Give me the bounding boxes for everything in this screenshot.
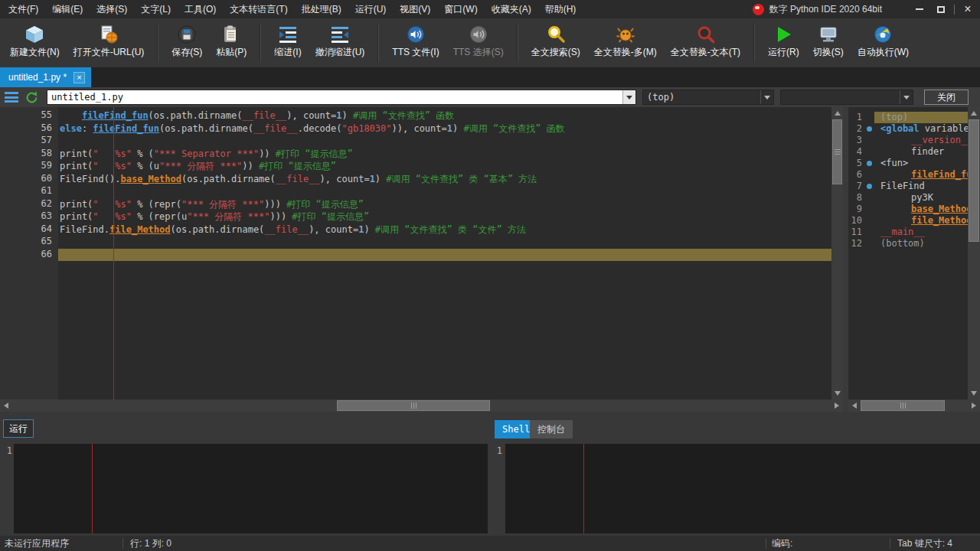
code-line[interactable]: fileFind_fun(os.path.dirname(__file__), … <box>58 109 831 122</box>
close-file-button[interactable]: 关闭 <box>924 90 969 105</box>
run-button[interactable]: 运行 <box>3 419 34 438</box>
structure-panel[interactable]: 1(top)2<global variables>3__version__4fi… <box>848 107 968 399</box>
tts-select-icon <box>469 24 488 45</box>
editor-hscroll-thumb[interactable] <box>337 400 490 411</box>
chevron-down-icon[interactable] <box>622 90 635 104</box>
line-number: 60 <box>0 173 58 186</box>
maximize-button[interactable] <box>930 0 952 18</box>
scroll-right-icon[interactable] <box>969 399 980 412</box>
structure-item[interactable]: 5<fun> <box>848 158 968 169</box>
toolbar-button-replace-text[interactable]: 全文替换-文本(T) <box>664 21 747 60</box>
menu-item[interactable]: 收藏夹(A) <box>485 0 538 18</box>
menubar: 文件(F)编辑(E)选择(S)文字(L)工具(O)文本转语言(T)批处理(B)运… <box>0 0 980 18</box>
toolbar-button-search-all[interactable]: 全文搜索(S) <box>524 21 587 60</box>
code-line[interactable]: FileFind.file_Method(os.path.dirname(__f… <box>58 223 831 236</box>
code-line[interactable]: print(" %s" % ("*** Separator ***")) #打印… <box>58 148 831 161</box>
status-divider <box>122 538 123 549</box>
scroll-left-icon[interactable] <box>0 399 11 412</box>
menu-item[interactable]: 视图(V) <box>393 0 437 18</box>
refresh-icon[interactable] <box>25 90 39 104</box>
structure-item[interactable]: 7FileFind <box>848 181 968 192</box>
structure-item[interactable]: 2<global variables> <box>848 123 968 135</box>
shell-output-panel[interactable] <box>14 444 488 533</box>
menu-item[interactable]: 窗口(W) <box>437 0 484 18</box>
menu-icon[interactable] <box>5 92 18 103</box>
menu-item[interactable]: 文本转语言(T) <box>223 0 294 18</box>
structure-item[interactable]: 10file_Method <box>848 215 968 227</box>
scroll-left-icon[interactable] <box>848 399 860 412</box>
code-line[interactable] <box>58 185 831 198</box>
toolbar-button-auto-run[interactable]: 自动执行(W) <box>851 21 916 60</box>
editor-code[interactable]: fileFind_fun(os.path.dirname(__file__), … <box>58 107 831 399</box>
toolbar-button-unindent[interactable]: 撤消缩进(U) <box>309 21 372 60</box>
tab-label: untitled_1.py * <box>8 72 67 83</box>
monitor-icon <box>818 24 838 45</box>
structure-bullet-spacer <box>865 135 874 146</box>
tab-console[interactable]: 控制台 <box>530 420 573 439</box>
menu-item[interactable]: 选择(S) <box>90 0 134 18</box>
close-icon: × <box>964 3 971 15</box>
code-line[interactable] <box>58 249 831 262</box>
structure-line-number: 3 <box>848 135 865 146</box>
menu-item[interactable]: 编辑(E) <box>45 0 90 18</box>
scroll-up-icon[interactable] <box>831 107 843 119</box>
toolbar-button-switch[interactable]: 切换(S) <box>806 21 851 60</box>
scroll-down-icon[interactable] <box>968 388 980 399</box>
toolbar-button-open-file-url[interactable]: 打开文件-URL(U) <box>67 21 152 60</box>
structure-item[interactable]: 11__main__ <box>848 227 968 238</box>
code-line[interactable] <box>58 135 831 148</box>
scroll-right-icon[interactable] <box>831 399 843 412</box>
code-line[interactable] <box>58 236 831 249</box>
minimize-button[interactable] <box>909 0 930 18</box>
code-line[interactable]: print(" %s" % (repr(u"*** 分隔符 ***"))) #打… <box>58 210 831 223</box>
file-combobox[interactable]: untitled_1.py <box>47 90 636 105</box>
scroll-down-icon[interactable] <box>831 388 843 399</box>
code-editor[interactable]: 555657585960616263646566 fileFind_fun(os… <box>0 107 831 399</box>
menu-item[interactable]: 帮助(H) <box>538 0 583 18</box>
code-line[interactable]: else: fileFind_fun(os.path.dirname(__fil… <box>58 122 831 135</box>
nav-combobox[interactable] <box>780 90 913 105</box>
structure-vscroll-thumb[interactable] <box>969 119 979 242</box>
chevron-down-icon[interactable] <box>760 90 773 104</box>
console-output-panel[interactable] <box>505 444 980 533</box>
toolbar-button-save[interactable]: 保存(S) <box>165 21 209 60</box>
menu-item[interactable]: 批处理(B) <box>295 0 348 18</box>
menu-item[interactable]: 工具(O) <box>178 0 223 18</box>
editor-vscrollbar[interactable] <box>831 107 843 399</box>
status-divider <box>890 538 890 549</box>
toolbar-button-paste[interactable]: 粘贴(P) <box>209 21 253 60</box>
toolbar-button-tts-file[interactable]: TTS 文件(I) <box>385 21 446 60</box>
structure-item[interactable]: 4finder <box>848 146 968 158</box>
toolbar-button-run[interactable]: 运行(R) <box>761 21 806 60</box>
tab-untitled-1[interactable]: untitled_1.py * × <box>0 67 91 87</box>
editor-vscroll-thumb[interactable] <box>832 119 842 184</box>
menu-item[interactable]: 文件(F) <box>2 0 45 18</box>
code-line[interactable]: FileFind().base_Method(os.path.dirname(_… <box>58 173 831 186</box>
structure-item[interactable]: 9base_Method <box>848 204 968 215</box>
structure-item-label: fileFind_fun <box>874 169 968 181</box>
chevron-down-icon[interactable] <box>900 90 913 104</box>
toolbar-button-indent[interactable]: 缩进(I) <box>267 21 308 60</box>
structure-bullet-spacer <box>865 192 874 204</box>
scope-combobox[interactable]: (top) <box>642 90 774 105</box>
structure-item[interactable]: 3__version__ <box>848 135 968 146</box>
structure-hscroll-thumb[interactable] <box>861 400 945 411</box>
structure-hscrollbar[interactable] <box>848 399 980 412</box>
editor-toolbar: untitled_1.py (top) 关闭 <box>0 87 980 107</box>
tab-close-icon[interactable]: × <box>74 72 85 83</box>
menu-item[interactable]: 文字(L) <box>134 0 178 18</box>
code-line[interactable]: print(" %s" % (u"*** 分隔符 ***")) #打印 “提示信… <box>58 160 831 173</box>
structure-item[interactable]: 1(top) <box>848 112 968 123</box>
unindent-icon <box>330 24 350 45</box>
structure-vscrollbar[interactable] <box>968 107 980 399</box>
scroll-up-icon[interactable] <box>968 107 980 119</box>
structure-item[interactable]: 12(bottom) <box>848 238 968 249</box>
menu-item[interactable]: 运行(U) <box>348 0 394 18</box>
structure-item[interactable]: 8py3K <box>848 192 968 204</box>
editor-hscrollbar[interactable] <box>0 399 843 412</box>
close-window-button[interactable]: × <box>957 0 978 18</box>
toolbar-button-replace-multi[interactable]: 全文替换-多(M) <box>587 21 664 60</box>
code-line[interactable]: print(" %s" % (repr("*** 分隔符 ***"))) #打印… <box>58 198 831 211</box>
structure-item[interactable]: 6fileFind_fun <box>848 169 968 181</box>
toolbar-button-new-file[interactable]: 新建文件(N) <box>3 21 67 60</box>
